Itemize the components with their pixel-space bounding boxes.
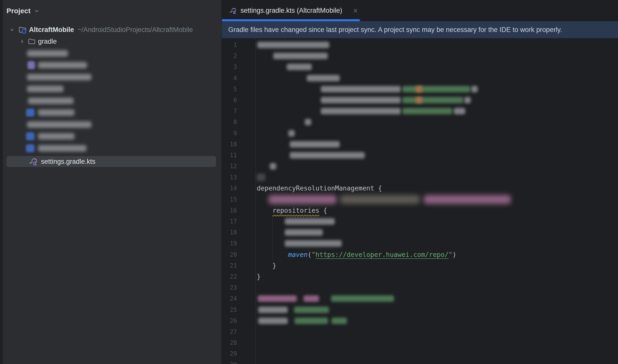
- code-line-content: [257, 315, 618, 326]
- code-line[interactable]: 4: [222, 73, 618, 84]
- chevron-down-icon[interactable]: [9, 27, 15, 33]
- line-number: 5: [222, 84, 237, 95]
- code-line-content: repositories {: [257, 205, 618, 216]
- code-line[interactable]: 10: [222, 139, 618, 150]
- tree-item-settings-gradle-kts[interactable]: settings.gradle.kts: [6, 156, 216, 167]
- code-line-content: [257, 348, 618, 359]
- line-number: 29: [222, 348, 237, 359]
- kotlin-file-icon-redacted: [26, 109, 34, 117]
- tab-settings-gradle-kts[interactable]: settings.gradle.kts (AltcraftMobile): [222, 0, 360, 21]
- code-line[interactable]: 13: [222, 172, 618, 183]
- code-line[interactable]: 23: [222, 282, 618, 293]
- code-line-content: [257, 227, 618, 238]
- chevron-down-icon[interactable]: [34, 8, 40, 14]
- redacted-code: [332, 318, 347, 324]
- code-token: }: [257, 262, 276, 269]
- project-root-folder-icon: [18, 25, 26, 34]
- code-line[interactable]: 28: [222, 337, 618, 348]
- code-line-content: [257, 194, 618, 205]
- tree-item-gradle-folder[interactable]: gradle: [0, 36, 222, 47]
- line-number: 17: [222, 216, 237, 227]
- line-number: 6: [222, 95, 237, 106]
- line-number: 12: [222, 161, 237, 172]
- code-line[interactable]: 25: [222, 304, 618, 315]
- code-line[interactable]: 27: [222, 326, 618, 337]
- redacted-code: [285, 229, 323, 236]
- tree-item-redacted[interactable]: [0, 48, 222, 59]
- line-number: 20: [222, 249, 237, 260]
- tree-item-redacted[interactable]: [0, 107, 222, 118]
- code-line[interactable]: 26: [222, 315, 618, 326]
- code-token: {: [319, 207, 327, 214]
- tree-item-redacted[interactable]: [0, 119, 222, 130]
- code-token: }: [257, 273, 261, 280]
- code-token: ": [312, 251, 316, 258]
- code-line[interactable]: 7: [222, 106, 618, 117]
- redacted-code: [402, 86, 470, 92]
- code-token: repositories: [272, 207, 320, 214]
- line-number: 28: [222, 337, 237, 348]
- redacted-code: [416, 97, 422, 103]
- code-line[interactable]: 30: [222, 359, 618, 364]
- code-line[interactable]: 16 repositories {: [222, 205, 618, 216]
- gradle-kts-file-icon: [28, 157, 38, 166]
- code-line[interactable]: 15: [222, 194, 618, 205]
- project-tool-window: Project AltcraftMobile ~/AndroidStudioPr…: [0, 0, 222, 364]
- file-icon-redacted: [28, 61, 35, 69]
- code-line[interactable]: 17: [222, 216, 618, 227]
- line-number: 30: [222, 359, 237, 364]
- editor-pane: settings.gradle.kts (AltcraftMobile) Gra…: [222, 0, 618, 364]
- code-line-content: [257, 238, 618, 249]
- close-icon[interactable]: [352, 7, 359, 14]
- code-token: [257, 207, 272, 214]
- code-line[interactable]: 8: [222, 117, 618, 128]
- line-number: 10: [222, 139, 237, 150]
- code-line[interactable]: 1: [222, 39, 618, 50]
- code-line[interactable]: 24: [222, 293, 618, 304]
- code-line[interactable]: 22}: [222, 271, 618, 282]
- code-line[interactable]: 18: [222, 227, 618, 238]
- tree-item-project-root[interactable]: AltcraftMobile ~/AndroidStudioProjects/A…: [0, 24, 222, 35]
- line-number: 18: [222, 227, 237, 238]
- code-line[interactable]: 9: [222, 128, 618, 139]
- tree-item-redacted[interactable]: [0, 95, 222, 106]
- code-line[interactable]: 3: [222, 61, 618, 72]
- project-root-path: ~/AndroidStudioProjects/AltcraftMobile: [78, 26, 193, 34]
- line-number: 26: [222, 315, 237, 326]
- code-line[interactable]: 21 }: [222, 260, 618, 271]
- line-number: 7: [222, 106, 237, 117]
- code-line[interactable]: 6: [222, 95, 618, 106]
- redacted-code: [321, 86, 401, 92]
- code-line[interactable]: 12: [222, 161, 618, 172]
- tree-item-redacted[interactable]: [0, 143, 222, 154]
- folder-icon: [28, 37, 36, 45]
- redacted-label: [38, 62, 87, 68]
- editor-body[interactable]: 1234567891011121314dependencyResolutionM…: [222, 38, 618, 364]
- line-number: 4: [222, 73, 237, 84]
- code-link[interactable]: https://developer.huawei.com/repo/: [316, 251, 448, 258]
- code-line[interactable]: 5: [222, 84, 618, 95]
- redacted-code: [285, 218, 335, 225]
- code-line-content: [257, 161, 618, 172]
- code-line-content: }: [257, 260, 618, 271]
- code-line-content: [257, 39, 618, 50]
- tree-item-redacted[interactable]: [0, 60, 222, 71]
- chevron-right-icon[interactable]: [20, 39, 25, 44]
- code-line[interactable]: 2: [222, 50, 618, 61]
- redacted-code: [288, 130, 295, 137]
- tree-item-redacted[interactable]: [0, 131, 222, 142]
- line-number: 21: [222, 260, 237, 271]
- code-line[interactable]: 29: [222, 348, 618, 359]
- redacted-label: [38, 145, 86, 152]
- tree-item-redacted[interactable]: [0, 72, 222, 83]
- tree-item-redacted[interactable]: [0, 83, 222, 94]
- redacted-code: [307, 75, 340, 81]
- line-number: 15: [222, 194, 237, 205]
- code-line[interactable]: 14dependencyResolutionManagement {: [222, 183, 618, 194]
- redacted-label: [27, 121, 92, 128]
- code-line[interactable]: 20 maven("https://developer.huawei.com/r…: [222, 249, 618, 260]
- code-line[interactable]: 19: [222, 238, 618, 249]
- android-studio-window: Project AltcraftMobile ~/AndroidStudioPr…: [0, 0, 618, 364]
- redacted-code: [331, 295, 394, 302]
- code-line[interactable]: 11: [222, 150, 618, 161]
